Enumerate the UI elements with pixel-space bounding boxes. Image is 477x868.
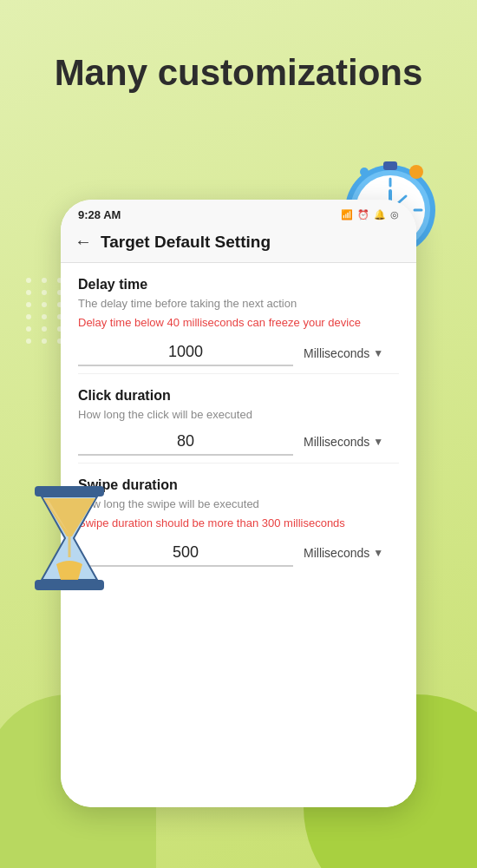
svg-rect-13: [35, 486, 104, 496]
back-button[interactable]: ←: [75, 232, 92, 252]
app-header: ← Target Default Setting: [61, 227, 416, 263]
sound-icon: 🔔: [374, 209, 386, 220]
click-duration-input-row: Milliseconds ▼: [78, 429, 399, 456]
delay-time-input[interactable]: [78, 339, 293, 366]
swipe-duration-desc: How long the swipe will be executed: [78, 496, 399, 512]
swipe-duration-unit-label: Milliseconds: [304, 546, 369, 560]
click-duration-section: Click duration How long the click will b…: [78, 374, 399, 463]
status-time: 9:28 AM: [78, 208, 121, 221]
click-duration-unit-label: Milliseconds: [304, 435, 369, 449]
delay-time-dropdown-arrow: ▼: [373, 347, 383, 359]
background: Many customizations: [0, 0, 477, 868]
delay-time-desc: The delay time before taking the next ac…: [78, 296, 399, 312]
svg-point-12: [360, 168, 369, 176]
hourglass-icon: [26, 486, 113, 582]
alarm-icon: ⏰: [357, 209, 369, 220]
svg-rect-14: [35, 580, 104, 590]
svg-rect-10: [383, 161, 397, 170]
content-area: Delay time The delay time before taking …: [61, 263, 416, 807]
swipe-duration-unit-selector[interactable]: Milliseconds ▼: [304, 546, 399, 560]
wifi-icon: 📶: [341, 209, 353, 220]
delay-time-unit-selector[interactable]: Milliseconds ▼: [304, 346, 399, 360]
click-duration-input[interactable]: [78, 429, 293, 456]
swipe-duration-warning: Swipe duration should be more than 300 m…: [78, 516, 399, 531]
delay-time-unit-label: Milliseconds: [304, 346, 369, 360]
phone-frame: 9:28 AM 📶 ⏰ 🔔 ◎ ← Target Default Setting…: [61, 200, 416, 807]
status-bar: 9:28 AM 📶 ⏰ 🔔 ◎: [61, 200, 416, 227]
swipe-duration-title: Swipe duration: [78, 477, 399, 493]
swipe-duration-section: Swipe duration How long the swipe will b…: [78, 464, 399, 574]
click-duration-dropdown-arrow: ▼: [373, 436, 383, 448]
page-title: Many customizations: [0, 0, 477, 94]
svg-point-11: [409, 165, 423, 179]
swipe-duration-dropdown-arrow: ▼: [373, 547, 383, 559]
delay-time-warning: Delay time below 40 milliseconds can fre…: [78, 315, 399, 331]
delay-time-title: Delay time: [78, 277, 399, 293]
phone-screen: 9:28 AM 📶 ⏰ 🔔 ◎ ← Target Default Setting…: [61, 200, 416, 807]
location-icon: ◎: [390, 209, 399, 220]
click-duration-desc: How long the click will be executed: [78, 407, 399, 423]
delay-time-section: Delay time The delay time before taking …: [78, 263, 399, 374]
status-icons: 📶 ⏰ 🔔 ◎: [341, 209, 399, 220]
click-duration-unit-selector[interactable]: Milliseconds ▼: [304, 435, 399, 449]
click-duration-title: Click duration: [78, 388, 399, 404]
swipe-duration-input-row: Milliseconds ▼: [78, 540, 399, 567]
app-header-title: Target Default Setting: [101, 233, 271, 252]
delay-time-input-row: Milliseconds ▼: [78, 339, 399, 366]
